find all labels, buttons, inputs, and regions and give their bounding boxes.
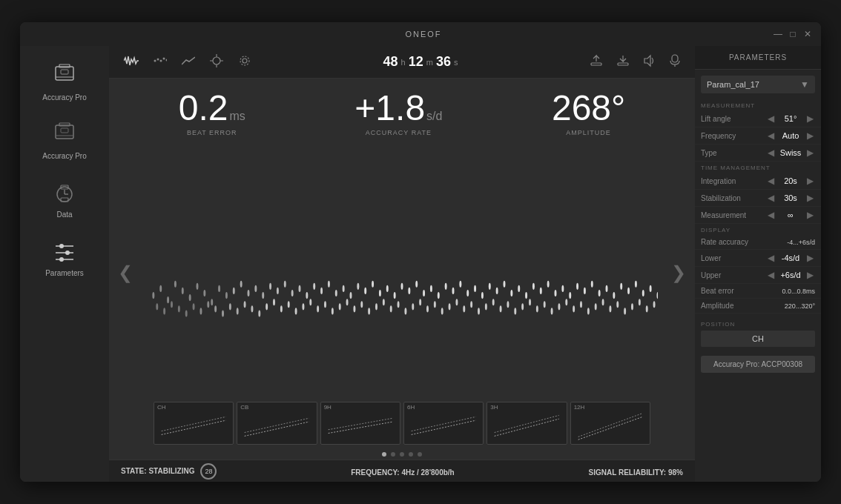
maximize-button[interactable]: □ (788, 30, 797, 39)
svg-point-149 (455, 299, 458, 305)
svg-line-182 (328, 422, 392, 433)
measurement-section-label: MEASUREMENT (695, 99, 821, 110)
dots-pattern-icon[interactable] (151, 53, 170, 72)
rate-accuracy-value: -4...+6s/d (787, 239, 815, 246)
svg-rect-0 (56, 67, 73, 80)
svg-point-52 (254, 285, 257, 292)
sidebar-item-parameters[interactable]: Parameters (20, 229, 109, 285)
svg-line-185 (495, 415, 559, 432)
svg-point-88 (518, 285, 520, 292)
minutes-value: 12 (409, 54, 423, 70)
svg-point-82 (474, 285, 476, 292)
svg-point-56 (284, 281, 286, 288)
svg-point-94 (561, 285, 564, 292)
window-controls: — □ ✕ (774, 30, 812, 39)
dot-3[interactable] (400, 452, 404, 457)
beat-error-display-value: 0.0...0.8ms (782, 288, 815, 295)
svg-point-29 (243, 59, 247, 63)
lift-angle-prev[interactable]: ◀ (766, 113, 776, 124)
sidebar-item-accuracy-pro-1[interactable]: Accuracy Pro (20, 53, 109, 109)
lower-label: Lower (701, 254, 766, 262)
svg-point-172 (624, 308, 626, 314)
sidebar: Accuracy Pro Accuracy Pro (20, 46, 109, 482)
params-preset-selector[interactable]: Param_cal_17 ▼ (701, 76, 815, 93)
minutes-unit: m (426, 58, 433, 67)
integration-next[interactable]: ▶ (805, 176, 815, 186)
rate-accuracy-label: Rate accuracy (701, 238, 787, 246)
svg-line-186 (495, 419, 559, 436)
stabilization-prev[interactable]: ◀ (766, 193, 776, 203)
dot-4[interactable] (409, 452, 413, 457)
svg-point-157 (514, 308, 516, 314)
chart-nav-left[interactable]: ❮ (118, 262, 133, 283)
svg-point-106 (650, 285, 652, 292)
thumbnail-ch[interactable]: CH (154, 402, 234, 445)
sidebar-item-accuracy-pro-2[interactable]: Accuracy Pro (20, 112, 109, 168)
settings-icon[interactable] (235, 51, 254, 73)
frequency-next[interactable]: ▶ (805, 130, 815, 141)
measurement-time-prev[interactable]: ◀ (766, 210, 776, 220)
metrics-row: 0.2 ms BEAT ERROR +1.8 s/d ACCURACY RATE… (109, 79, 695, 148)
thumbnail-9h[interactable]: 9H (320, 402, 400, 445)
measurement-time-next[interactable]: ▶ (805, 210, 815, 220)
thumbnail-3h[interactable]: 3H (487, 402, 567, 445)
download-icon[interactable] (613, 51, 633, 73)
svg-point-143 (412, 303, 414, 310)
waveform-icon[interactable] (121, 52, 142, 73)
upper-label: Upper (701, 271, 766, 279)
amplitude-display-label: Amplitude (701, 302, 785, 310)
svg-point-59 (306, 292, 308, 299)
lift-angle-label: Lift angle (701, 115, 766, 123)
upload-icon[interactable] (587, 51, 606, 73)
stabilization-next[interactable]: ▶ (805, 193, 815, 203)
upper-prev[interactable]: ◀ (766, 270, 776, 280)
dot-1[interactable] (382, 452, 386, 457)
chart-nav-right[interactable]: ❯ (671, 262, 686, 283)
svg-point-100 (606, 285, 608, 292)
lower-next[interactable]: ▶ (805, 253, 815, 263)
minimize-button[interactable]: — (774, 30, 782, 39)
reliability-label: SIGNAL RELIABILITY: 98% (589, 468, 683, 477)
svg-point-63 (335, 290, 337, 296)
type-prev[interactable]: ◀ (766, 147, 776, 158)
svg-rect-36 (672, 55, 678, 62)
svg-point-102 (620, 283, 622, 290)
dot-2[interactable] (391, 452, 395, 457)
close-button[interactable]: ✕ (803, 30, 812, 39)
crosshair-icon[interactable] (207, 51, 226, 73)
svg-point-168 (595, 303, 597, 310)
svg-point-60 (313, 283, 315, 290)
frequency-prev[interactable]: ◀ (766, 130, 776, 141)
thumbnail-12h[interactable]: 12H (570, 402, 650, 445)
svg-point-113 (193, 303, 195, 310)
upper-row: Upper ◀ +6s/d ▶ (695, 267, 821, 284)
svg-point-20 (157, 58, 159, 60)
lower-row: Lower ◀ -4s/d ▶ (695, 250, 821, 267)
upper-next[interactable]: ▶ (805, 270, 815, 280)
accuracy-rate-value: +1.8 (354, 90, 425, 126)
lift-angle-next[interactable]: ▶ (805, 113, 815, 124)
thumbnail-6h[interactable]: 6H (403, 402, 484, 445)
sidebar-item-data[interactable]: Data (20, 170, 109, 226)
svg-point-140 (390, 305, 392, 312)
svg-point-115 (207, 301, 209, 308)
stabilizing-badge: 28 (200, 463, 217, 480)
svg-point-50 (240, 281, 243, 288)
volume-icon[interactable] (640, 51, 659, 73)
beat-error-unit: ms (229, 110, 245, 123)
integration-prev[interactable]: ◀ (766, 176, 776, 186)
thumbnail-cb[interactable]: CB (237, 402, 317, 445)
mic-icon[interactable] (667, 51, 683, 73)
lower-prev[interactable]: ◀ (766, 253, 776, 263)
svg-point-75 (423, 290, 425, 296)
svg-point-160 (536, 305, 538, 312)
type-next[interactable]: ▶ (805, 147, 815, 158)
svg-point-93 (555, 290, 557, 296)
chart-line-icon[interactable] (179, 53, 198, 72)
svg-point-51 (248, 290, 250, 296)
svg-point-83 (481, 292, 484, 299)
beat-error-metric: 0.2 ms BEAT ERROR (179, 90, 245, 136)
dot-5[interactable] (418, 452, 422, 457)
svg-point-99 (598, 290, 601, 296)
svg-point-23 (166, 59, 168, 61)
